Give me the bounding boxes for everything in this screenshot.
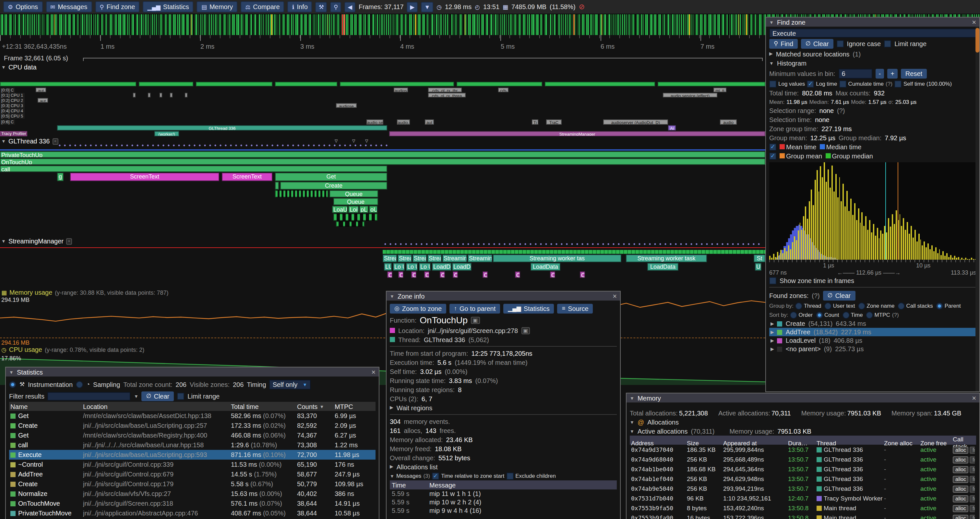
allocation-row[interactable]: 0x7553b9fa90 16 bytes 153,722,396ns 13:5…: [630, 513, 976, 519]
timeline-zone[interactable]: ScreenText: [222, 172, 272, 181]
expand-icon[interactable]: ▶: [390, 464, 393, 469]
column-counts[interactable]: Counts▼: [297, 403, 335, 410]
collapse-icon[interactable]: ▼: [9, 370, 14, 374]
cpu-zone[interactable]: audio.service (effect): [663, 93, 718, 97]
limit-range-checkbox[interactable]: [884, 40, 891, 47]
column-zone-free[interactable]: Zone free: [920, 439, 953, 446]
wait-regions-label[interactable]: Wait regions: [397, 404, 432, 411]
cpu-zone[interactable]: audiose: [336, 103, 357, 108]
cpu-zone[interactable]: cds: [498, 88, 509, 92]
timeline-zone[interactable]: C: [550, 271, 555, 278]
toolbar-button[interactable]: ▤ Memory: [197, 1, 237, 12]
column-thread[interactable]: Thread: [816, 439, 884, 446]
zone-group-row[interactable]: ▶ <no parent> (9) 225.73 µs: [769, 345, 976, 353]
allocation-row[interactable]: 0x7531d7b040 96 KB 1:10 234,952,161 12:4…: [630, 493, 976, 503]
expand-icon[interactable]: ▶: [769, 51, 773, 56]
free-callstack-button[interactable]: free: [970, 456, 975, 463]
collapse-icon[interactable]: ▼: [630, 420, 634, 424]
timeline-zone[interactable]: Lo U: [406, 263, 418, 271]
zone-info-button[interactable]: ◎Zoom to zone: [390, 303, 446, 313]
cpu-zone[interactable]: [196, 82, 272, 86]
timeline-zone[interactable]: C: [580, 271, 585, 278]
statistics-row[interactable]: Execute jni/../jni/src/claw/base/LuaScri…: [9, 450, 375, 460]
allocations-list-label[interactable]: Allocations list: [397, 463, 438, 470]
zone-marker-icon[interactable]: ▽: [352, 138, 355, 143]
toolbar-button[interactable]: ℹ Info: [288, 1, 312, 12]
timeline-zone[interactable]: C: [387, 271, 392, 278]
timeline-zone[interactable]: Strea: [383, 254, 397, 262]
timing-combo[interactable]: Self only ▼: [269, 379, 311, 389]
timeline-zone[interactable]: LoadData: [647, 263, 678, 271]
alloc-callstack-button[interactable]: alloc: [953, 505, 969, 512]
matched-locations-label[interactable]: Matched source locations: [776, 50, 850, 57]
collapse-icon[interactable]: ▼: [390, 294, 395, 298]
allocation-row[interactable]: 0x74a9d68040 256 KB 295,668,489ns 13:50.…: [630, 454, 976, 464]
frame-separator[interactable]: Frame 32,661 (6.05 s): [0, 54, 765, 62]
alloc-callstack-button[interactable]: alloc: [953, 456, 969, 463]
cpu-zone[interactable]: [340, 82, 454, 86]
alloc-callstack-button[interactable]: alloc: [953, 495, 969, 502]
timeline-zone[interactable]: LoadDaU: [432, 263, 452, 271]
min-bin-input[interactable]: 6: [838, 69, 872, 78]
group-by-option[interactable]: Zone name: [858, 302, 895, 309]
alloc-callstack-button[interactable]: alloc: [953, 446, 969, 454]
alloc-callstack-button[interactable]: alloc: [953, 466, 969, 473]
free-callstack-button[interactable]: free: [970, 505, 975, 512]
timeline-zone[interactable]: C: [453, 271, 458, 278]
zone-info-button[interactable]: ▁▄▆Statistics: [503, 303, 554, 313]
allocation-row[interactable]: 0x7553b9fa50 8 bytes 153,492,240ns 13:50…: [630, 503, 976, 513]
reset-button[interactable]: Reset: [901, 69, 927, 78]
increase-button[interactable]: +: [887, 69, 897, 78]
sort-by-option[interactable]: Count: [816, 311, 839, 318]
timeline-zone[interactable]: g: [57, 172, 64, 181]
tool-button[interactable]: ⚲: [331, 2, 341, 12]
timeline-zone[interactable]: Streaming: [468, 254, 492, 262]
column-location[interactable]: Location: [83, 403, 231, 410]
self-time-checkbox[interactable]: [894, 80, 902, 87]
cpu-zone[interactable]: [159, 93, 162, 97]
histogram-label[interactable]: Histogram: [777, 59, 807, 67]
sort-by-option[interactable]: Time: [842, 311, 862, 318]
column-time[interactable]: Time: [392, 481, 430, 489]
free-callstack-button[interactable]: free: [970, 476, 975, 483]
timeline-zone[interactable]: Strea: [427, 254, 442, 262]
histogram-plot[interactable]: [769, 162, 976, 260]
cpu-zone[interactable]: TraC: [546, 120, 562, 125]
alloc-callstack-button[interactable]: alloc: [953, 514, 969, 519]
cpu-zone[interactable]: aut: [36, 88, 46, 92]
timeline-zone[interactable]: OnTouchUp: [0, 158, 765, 165]
timeline-zone[interactable]: Streaming: [442, 254, 467, 262]
zone-group-row[interactable]: ▶ Create (54,131) 643.34 ms: [769, 319, 976, 328]
zone-group-row[interactable]: ▶ LoadLevel (18) 406.88 µs: [769, 336, 976, 345]
exclude-children-checkbox[interactable]: [506, 472, 513, 479]
cpu-zone[interactable]: [170, 93, 172, 97]
copy-icon[interactable]: ▣: [471, 316, 480, 324]
timeline-zone[interactable]: [336, 221, 364, 227]
zone-marker-icon[interactable]: ▽: [365, 138, 368, 143]
timeline-zone[interactable]: Create: [280, 182, 387, 190]
group-by-option[interactable]: Call stacks: [898, 302, 933, 309]
column-address[interactable]: Address: [631, 439, 687, 446]
group-by-option[interactable]: Parent: [936, 302, 961, 309]
cpu-zone[interactable]: [545, 82, 655, 86]
tool-button[interactable]: ⚒: [315, 2, 327, 12]
message-row[interactable]: 5.59 s mip 10 w 2 h 2 (4): [390, 498, 617, 506]
free-callstack-button[interactable]: free: [970, 446, 975, 454]
limit-range-checkbox[interactable]: [177, 393, 184, 399]
cpu-zone[interactable]: [0, 82, 136, 86]
group-by-option[interactable]: User text: [825, 302, 855, 309]
memory-titlebar[interactable]: ▼ Memory ×: [627, 393, 979, 402]
timeline-zone[interactable]: call: [0, 166, 387, 172]
alloc-callstack-button[interactable]: alloc: [953, 485, 969, 492]
timeline-zone[interactable]: C: [515, 271, 520, 278]
cpu-zone[interactable]: [133, 93, 135, 97]
funnel-icon[interactable]: ▼: [134, 394, 138, 398]
help-icon[interactable]: (?): [886, 80, 892, 87]
close-icon[interactable]: ×: [612, 293, 617, 299]
statistics-row[interactable]: Normalize jni/../jni/src/claw/vfs/Vfs.cp…: [9, 489, 375, 498]
timeline-zone[interactable]: C: [482, 271, 488, 278]
zone-info-titlebar[interactable]: ▼ Zone info ×: [387, 291, 620, 300]
timeline-zone[interactable]: Get: [275, 172, 387, 181]
message-row[interactable]: 5.59 s mip 9 w 4 h 4 (16): [390, 506, 617, 515]
plot-title[interactable]: CPU usage: [9, 346, 42, 353]
